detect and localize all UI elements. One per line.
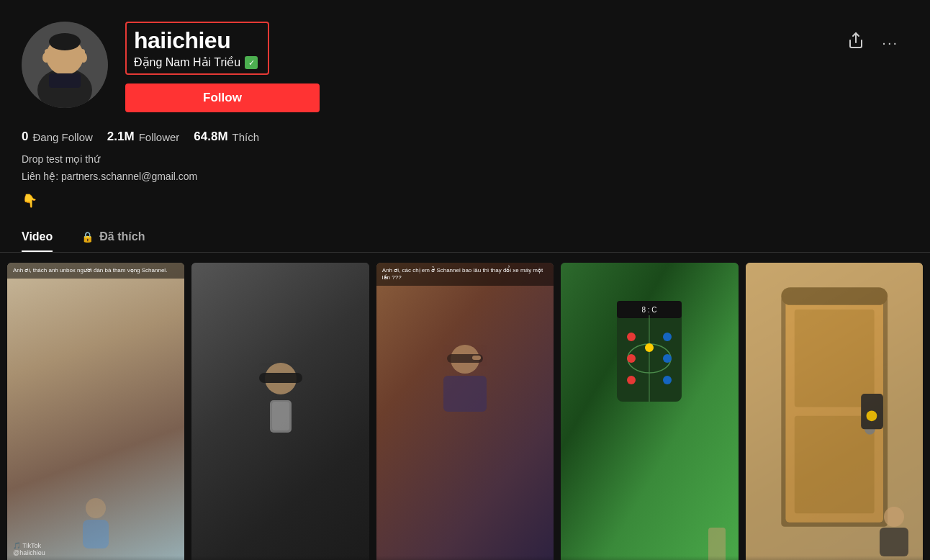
following-label: Đang Follow xyxy=(32,131,92,143)
video-thumb-1[interactable]: Anh ơi, thách anh unbox người đàn bà tha… xyxy=(7,263,184,560)
likes-stat: 64.8M Thích xyxy=(194,130,259,144)
svg-rect-6 xyxy=(45,49,50,59)
lock-icon: 🔒 xyxy=(81,231,94,243)
likes-count: 64.8M xyxy=(194,130,227,144)
svg-point-10 xyxy=(86,498,106,518)
svg-point-41 xyxy=(866,410,877,421)
svg-rect-43 xyxy=(880,528,908,556)
svg-rect-8 xyxy=(49,73,81,88)
follower-label: Follower xyxy=(139,131,180,143)
video-thumb-2[interactable]: ▷ 2.1M xyxy=(191,263,369,560)
more-options-button[interactable]: ··· xyxy=(879,32,901,54)
svg-rect-18 xyxy=(443,376,487,412)
emoji-section: 👇 xyxy=(0,191,930,216)
action-icons: ··· xyxy=(844,29,901,56)
svg-point-3 xyxy=(49,33,81,50)
video-overlay-3: ▷ 1M xyxy=(376,556,554,560)
profile-section: haiichieu Đặng Nam Hải Triều ✓ Follow ··… xyxy=(0,0,930,119)
video-card-5[interactable]: ▷ 1.3M Cuối cùng thì nó cũng đ... xyxy=(746,263,923,560)
avatar xyxy=(22,22,108,108)
display-name: Đặng Nam Hải Triều ✓ xyxy=(134,55,258,69)
video-caption-top-3: Anh ơi, các chị em ở Schannel bao lâu th… xyxy=(376,263,554,286)
video-caption-top-1: Anh ơi, thách anh unbox người đàn bà tha… xyxy=(7,263,184,279)
videos-grid: Anh ơi, thách anh unbox người đàn bà tha… xyxy=(0,253,930,560)
likes-label: Thích xyxy=(232,131,260,143)
video-thumb-4[interactable]: 8 : C ▷ xyxy=(561,263,738,560)
video-thumb-3[interactable]: Anh ơi, các chị em ở Schannel bao lâu th… xyxy=(376,263,554,560)
tabs-row: Video 🔒 Đã thích xyxy=(0,223,930,253)
svg-point-26 xyxy=(663,333,672,341)
svg-point-29 xyxy=(645,343,654,352)
follow-button[interactable]: Follow xyxy=(125,83,320,112)
svg-rect-19 xyxy=(472,356,481,360)
video-card-2[interactable]: ▷ 2.1M Hải Chiều unbox iPhon... xyxy=(191,263,369,560)
svg-text:8 : C: 8 : C xyxy=(642,306,657,314)
video-thumb-5[interactable]: ▷ 1.3M xyxy=(746,263,923,560)
svg-point-30 xyxy=(627,376,636,384)
video-overlay-2: ▷ 2.1M xyxy=(191,556,369,560)
share-button[interactable] xyxy=(844,29,867,56)
svg-point-27 xyxy=(627,354,636,363)
video-card-3[interactable]: Anh ơi, các chị em ở Schannel bao lâu th… xyxy=(376,263,554,560)
svg-point-25 xyxy=(627,333,636,341)
tiktok-watermark-1: 🎵 TikTok@haiichieu xyxy=(13,542,45,556)
svg-point-42 xyxy=(884,507,904,527)
svg-rect-7 xyxy=(79,49,85,59)
follower-stat: 2.1M Follower xyxy=(107,130,179,144)
stats-row: 0 Đang Follow 2.1M Follower 64.8M Thích xyxy=(0,119,930,148)
svg-rect-13 xyxy=(259,373,302,383)
svg-point-28 xyxy=(663,354,672,363)
svg-rect-39 xyxy=(781,287,888,305)
video-card-1[interactable]: Anh ơi, thách anh unbox người đàn bà tha… xyxy=(7,263,184,560)
svg-point-31 xyxy=(663,376,672,384)
video-overlay-5: ▷ 1.3M xyxy=(746,556,923,560)
bio-line-1: Drop test mọi thứ xyxy=(22,151,908,168)
video-card-4[interactable]: 8 : C ▷ xyxy=(561,263,738,560)
following-stat: 0 Đang Follow xyxy=(22,130,93,144)
svg-rect-37 xyxy=(794,415,874,513)
following-count: 0 xyxy=(22,130,28,144)
video-overlay-1: ▷ 372.5K xyxy=(7,556,184,560)
svg-rect-15 xyxy=(272,402,289,430)
username: haiichieu xyxy=(134,27,258,54)
verified-badge: ✓ xyxy=(245,56,258,69)
video-overlay-4: ▷ 1.3M xyxy=(561,556,738,560)
bio-line-2: Liên hệ: partners.schannel@gmail.com xyxy=(22,168,908,186)
svg-rect-36 xyxy=(794,310,874,407)
svg-rect-11 xyxy=(83,520,109,548)
follower-count: 2.1M xyxy=(107,130,135,144)
bio-section: Drop test mọi thứ Liên hệ: partners.scha… xyxy=(0,148,930,191)
tab-liked[interactable]: 🔒 Đã thích xyxy=(81,223,145,252)
profile-info: haiichieu Đặng Nam Hải Triều ✓ Follow xyxy=(125,22,908,112)
username-box: haiichieu Đặng Nam Hải Triều ✓ xyxy=(125,22,269,75)
tab-video[interactable]: Video xyxy=(22,223,53,252)
